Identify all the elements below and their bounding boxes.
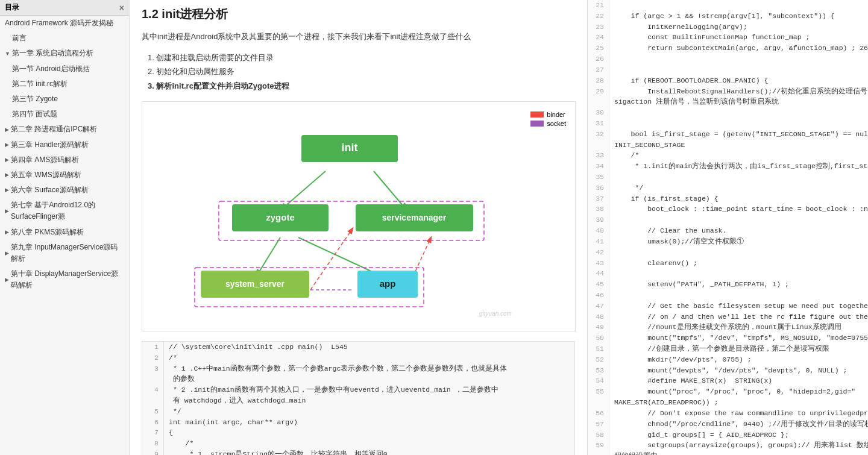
right-line-content xyxy=(609,268,868,279)
right-code-line: 24 const BuiltinFunctionMap function_map… xyxy=(588,32,868,43)
right-line-content: InitKernelLogging(argv); xyxy=(609,22,868,33)
chevron-icon: ▶ xyxy=(5,171,9,179)
right-code-line: 35 xyxy=(588,172,868,183)
zygote-label: zygote xyxy=(266,212,295,222)
right-code-line: 46 xyxy=(588,290,868,301)
sidebar-item-ch8[interactable]: ▶第八章 PKMS源码解析 xyxy=(0,225,129,240)
line-content: * 1 .C++中main函数有两个参数，第一个参数argc表示参数个数，第二个… xyxy=(164,363,507,374)
right-line-content xyxy=(609,215,868,225)
sidebar-item-ch5[interactable]: ▶第五章 WMS源码解析 xyxy=(0,168,129,183)
sidebar: 目录 × Android Framework 源码开发揭秘前言▼第一章 系统启动… xyxy=(0,0,130,455)
line-content: // \system\core\init\init .cpp main() L5… xyxy=(164,342,348,353)
line-number: 8 xyxy=(142,438,164,449)
sidebar-item-ch1s4[interactable]: 第四节 面试题 xyxy=(0,107,129,122)
sidebar-item-ch6[interactable]: ▶第六章 Surface源码解析 xyxy=(0,183,129,198)
code-line: 3 * 1 .C++中main函数有两个参数，第一个参数argc表示参数个数，第… xyxy=(142,363,574,374)
right-line-content: if (argc > 1 && !strcmp(argv[1], "subcon… xyxy=(609,11,868,22)
right-code-line: 34 * 1.init的main方法会执行两次，由is_first_stage控… xyxy=(588,161,868,172)
right-line-number: 28 xyxy=(588,75,609,86)
right-line-content xyxy=(609,290,868,301)
right-line-number: 41 xyxy=(588,236,609,247)
sidebar-item-ch3[interactable]: ▶第三章 Handler源码解析 xyxy=(0,137,129,152)
right-line-content: InstallRebootSignalHandlers();//初始化重启系统的… xyxy=(609,86,868,97)
right-code-line: 56 // Don't expose the raw commandline t… xyxy=(588,408,868,419)
right-line-content: 程的组设置中 xyxy=(609,451,868,455)
right-line-content: // Get the basic filesystem setup we nee… xyxy=(609,301,868,312)
right-line-content: chmod("/proc/cmdline", 0440) ;//用于修改文件/目… xyxy=(609,419,868,430)
right-line-number: 37 xyxy=(588,193,609,204)
right-line-number: 58 xyxy=(588,430,609,441)
right-line-content: #define MAKE_STR(x) STRING(x) xyxy=(609,375,868,386)
line-content: /* xyxy=(164,353,177,363)
code-line: 9 * 1 .strcmp是String的一个函数，比较字符串，相等返回0 xyxy=(142,449,574,455)
sidebar-item-ch1s3[interactable]: 第三节 Zygote xyxy=(0,92,129,107)
list-item: 3. 解析init.rc配置文件并启动Zygote进程 xyxy=(148,79,575,93)
sidebar-item-top[interactable]: Android Framework 源码开发揭秘 xyxy=(0,16,129,31)
right-code-pane: 2122 if (argc > 1 && !strcmp(argv[1], "s… xyxy=(588,0,868,455)
right-line-number: 52 xyxy=(588,354,609,365)
sidebar-item-ch1s1[interactable]: 第一节 Android启动概括 xyxy=(0,61,129,77)
right-line-number: 29 xyxy=(588,86,609,97)
servicemanager-label: servicemanager xyxy=(382,213,447,222)
sidebar-items-container: Android Framework 源码开发揭秘前言▼第一章 系统启动流程分析第… xyxy=(0,16,129,293)
right-code-line: 42 xyxy=(588,247,868,258)
chevron-icon: ▶ xyxy=(5,228,9,236)
right-line-number: 32 xyxy=(588,129,609,140)
right-line-number: 26 xyxy=(588,54,609,64)
legend-item: socket xyxy=(530,120,566,127)
right-line-number: 48 xyxy=(588,312,609,322)
init-label: init xyxy=(342,142,358,154)
chevron-icon: ▶ xyxy=(5,125,9,134)
right-line-content: mount("devpts", "/dev/pts", "devpts", 0,… xyxy=(609,365,868,376)
sidebar-item-label: 第一节 Android启动概括 xyxy=(12,64,90,73)
right-code-line: 37 if (is_first_stage) { xyxy=(588,193,868,204)
watermark: gityuan.com xyxy=(479,310,512,317)
right-line-number: 57 xyxy=(588,419,609,430)
right-code-line: 程的组设置中 xyxy=(588,451,868,455)
line-content: 的参数 xyxy=(164,374,195,384)
article-list: 1. 创建和挂载启动所需要的文件目录2. 初始化和启动属性服务3. 解析init… xyxy=(142,51,575,93)
line-number: 6 xyxy=(142,417,164,428)
right-line-content: umask(0);//清空文件权限① xyxy=(609,236,868,247)
right-code-line: 38 boot_clock : :time_point start_time =… xyxy=(588,204,868,215)
sidebar-item-ch2[interactable]: ▶第二章 跨进程通信IPC解析 xyxy=(0,122,129,137)
right-code-line: 26 xyxy=(588,54,868,64)
right-line-content: //创建目录，第一个参数是目录路径，第二个是读写权限 xyxy=(609,344,868,354)
code-line: 6int main(int argc, char** argv) xyxy=(142,417,574,428)
sidebar-item-ch7[interactable]: ▶第七章 基于Android12.0的SurfaceFlinger源 xyxy=(0,198,129,224)
sidebar-item-label: 第四章 AMS源码解析 xyxy=(11,154,79,166)
right-code-line: 30 xyxy=(588,107,868,118)
right-line-number: 59 xyxy=(588,440,609,451)
sidebar-item-ch4[interactable]: ▶第四章 AMS源码解析 xyxy=(0,152,129,168)
right-line-content xyxy=(609,172,868,183)
legend-color-box xyxy=(530,121,544,127)
right-code-line: 25 return SubcontextMain(argc, argv, &fu… xyxy=(588,43,868,54)
sidebar-item-ch1s2[interactable]: 第二节 init.rc解析 xyxy=(0,77,129,92)
line-number: 3 xyxy=(142,363,164,374)
right-line-number: 38 xyxy=(588,204,609,215)
right-line-number: 30 xyxy=(588,107,609,118)
right-line-number: 49 xyxy=(588,322,609,333)
sidebar-item-preface[interactable]: 前言 xyxy=(0,31,129,46)
right-code-line: 22 if (argc > 1 && !strcmp(argv[1], "sub… xyxy=(588,11,868,22)
right-line-number: 40 xyxy=(588,225,609,236)
close-icon[interactable]: × xyxy=(119,3,124,13)
line-number: 1 xyxy=(142,342,164,353)
sidebar-item-ch10[interactable]: ▶第十章 DisplayManagerService源码解析 xyxy=(0,266,129,293)
right-line-number: 45 xyxy=(588,279,609,290)
sidebar-item-ch9[interactable]: ▶第九章 InputManagerService源码解析 xyxy=(0,240,129,266)
right-code-line: 52 mkdir("/dev/pts", 0755) ; xyxy=(588,354,868,365)
right-code-line: 32 bool is_first_stage = (getenv("INIT_S… xyxy=(588,129,868,140)
line-number xyxy=(142,374,164,384)
right-line-content xyxy=(609,64,868,75)
code-line: 7{ xyxy=(142,427,574,438)
right-code-line: 33 /* xyxy=(588,150,868,161)
chevron-icon: ▶ xyxy=(5,207,9,215)
sidebar-item-ch1[interactable]: ▼第一章 系统启动流程分析 xyxy=(0,46,129,61)
right-line-number: 25 xyxy=(588,43,609,54)
right-code-line: 29 InstallRebootSignalHandlers();//初始化重启… xyxy=(588,86,868,97)
right-line-number: 31 xyxy=(588,118,609,129)
right-line-content: setenv("PATH", _PATH_DEFPATH, 1) ; xyxy=(609,279,868,290)
code-line: 4 * 2 .init的main函数有两个其他入口，一是参数中有ueventd，… xyxy=(142,384,574,395)
right-line-number: 36 xyxy=(588,183,609,193)
